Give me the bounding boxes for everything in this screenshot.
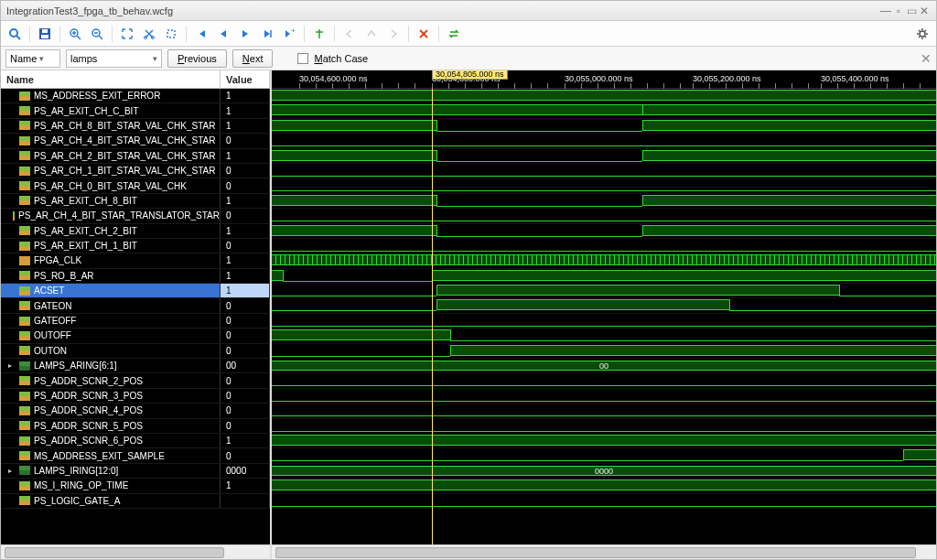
search-icon[interactable] <box>5 24 25 44</box>
minimize-icon[interactable]: — <box>879 5 892 17</box>
close-icon[interactable]: ✕ <box>918 5 931 17</box>
wave-row[interactable] <box>272 134 936 148</box>
signal-row[interactable]: GATEOFF0 <box>1 314 270 328</box>
wave-row[interactable] <box>272 448 936 463</box>
delete-icon[interactable] <box>414 24 434 44</box>
signal-row[interactable]: PS_AR_EXIT_CH_2_BIT1 <box>1 224 270 239</box>
signal-row[interactable]: PS_ADDR_SCNR_2_POS0 <box>1 373 270 388</box>
swap-icon[interactable] <box>444 24 464 44</box>
signal-row[interactable]: PS_AR_EXIT_CH_1_BIT0 <box>1 239 270 253</box>
wave-row[interactable] <box>272 89 936 103</box>
wave-row[interactable] <box>272 103 936 118</box>
column-name-header[interactable]: Name <box>1 70 221 88</box>
signal-row[interactable]: PS_AR_CH_4_BIT_STAR_TRANSLATOR_STAR0 <box>1 209 270 223</box>
signal-row[interactable]: PS_ADDR_SCNR_5_POS0 <box>1 419 270 434</box>
search-input[interactable]: lamps ▾ <box>66 49 162 68</box>
signal-row[interactable]: PS_AR_CH_0_BIT_STAR_VAL_CHK0 <box>1 178 270 193</box>
signal-row[interactable]: ▸LAMPS_ARING[6:1]00 <box>1 359 270 373</box>
signal-row[interactable]: PS_AR_CH_4_BIT_STAR_VAL_CHK_STAR0 <box>1 134 270 148</box>
waveform-panel[interactable]: 30,054,805.000 ns 30,054,600.000 ns30,05… <box>272 70 936 559</box>
wave-row[interactable] <box>272 224 936 239</box>
move-left-icon[interactable] <box>339 24 360 44</box>
cursor-line[interactable] <box>432 89 433 544</box>
signal-row[interactable]: MS_ADDRESS_EXIT_SAMPLE0 <box>1 448 270 463</box>
signal-name: LAMPS_ARING[6:1] <box>34 361 117 371</box>
wave-row[interactable] <box>272 194 936 209</box>
signal-value: 0 <box>221 209 270 222</box>
wave-row[interactable] <box>272 404 936 418</box>
zoom-fit-icon[interactable] <box>117 24 137 44</box>
wave-row[interactable] <box>272 149 936 164</box>
expand-icon[interactable]: ▸ <box>8 467 16 475</box>
wave-row[interactable] <box>272 494 936 509</box>
search-scope-select[interactable]: Name ▾ <box>5 49 60 68</box>
wave-row[interactable] <box>272 178 936 193</box>
signal-row[interactable]: PS_RO_B_AR1 <box>1 269 270 284</box>
signal-row[interactable]: PS_AR_EXIT_CH_8_BIT1 <box>1 194 270 209</box>
wave-row[interactable] <box>272 479 936 493</box>
wave-row[interactable] <box>272 269 936 284</box>
cut-icon[interactable] <box>139 24 159 44</box>
wave-row[interactable] <box>272 389 936 404</box>
wave-row[interactable] <box>272 373 936 388</box>
maximize-icon[interactable]: ▭ <box>905 5 918 17</box>
wave-row[interactable] <box>272 328 936 343</box>
wave-row[interactable]: 00 <box>272 359 936 373</box>
signal-row[interactable]: PS_ADDR_SCNR_3_POS0 <box>1 389 270 404</box>
signal-row[interactable]: PS_LOGIC_GATE_A <box>1 494 270 509</box>
trim-icon[interactable] <box>161 24 181 44</box>
signal-row[interactable]: FPGA_CLK1 <box>1 253 270 268</box>
matchcase-checkbox[interactable] <box>297 53 308 64</box>
signal-row[interactable]: GATEON0 <box>1 298 270 313</box>
signal-list[interactable]: MS_ADDRESS_EXIT_ERROR1PS_AR_EXIT_CH_C_BI… <box>1 89 270 544</box>
signal-row[interactable]: MS_ADDRESS_EXIT_ERROR1 <box>1 89 270 103</box>
previous-button[interactable]: Previous <box>167 49 227 68</box>
step-icon[interactable] <box>257 24 277 44</box>
move-up-icon[interactable] <box>361 24 382 44</box>
waveform-area[interactable]: 000000 <box>272 89 936 544</box>
cursor-marker[interactable]: 30,054,805.000 ns <box>432 70 508 80</box>
next-button[interactable]: Next <box>232 49 274 68</box>
signal-row[interactable]: PS_AR_CH_2_BIT_STAR_VAL_CHK_STAR1 <box>1 149 270 164</box>
left-scrollbar[interactable] <box>1 544 270 559</box>
signal-row[interactable]: ACSET1 <box>1 284 270 298</box>
signal-row[interactable]: OUTON0 <box>1 344 270 359</box>
zoom-out-icon[interactable] <box>87 24 107 44</box>
column-value-header[interactable]: Value <box>221 70 270 88</box>
wave-row[interactable] <box>272 119 936 134</box>
wave-row[interactable] <box>272 344 936 359</box>
wave-row[interactable] <box>272 209 936 223</box>
wave-row[interactable]: 0000 <box>272 464 936 479</box>
wave-row[interactable] <box>272 239 936 253</box>
signal-value: 0 <box>221 448 270 462</box>
skip-first-icon[interactable] <box>191 24 211 44</box>
wave-row[interactable] <box>272 419 936 434</box>
move-right-icon[interactable] <box>383 24 404 44</box>
signal-row[interactable]: MS_I_RING_OP_TIME1 <box>1 479 270 493</box>
wave-row[interactable] <box>272 164 936 178</box>
signal-row[interactable]: PS_ADDR_SCNR_6_POS1 <box>1 434 270 448</box>
signal-row[interactable]: PS_AR_EXIT_CH_C_BIT1 <box>1 103 270 118</box>
add-marker-icon[interactable] <box>309 24 329 44</box>
signal-row[interactable]: ▸LAMPS_IRING[12:0]0000 <box>1 464 270 479</box>
wave-scrollbar[interactable] <box>272 544 936 559</box>
gear-icon[interactable] <box>912 24 932 44</box>
time-ruler[interactable]: 30,054,805.000 ns 30,054,600.000 ns30,05… <box>272 70 936 89</box>
signal-row[interactable]: PS_AR_CH_1_BIT_STAR_VAL_CHK_STAR0 <box>1 164 270 178</box>
signal-row[interactable]: PS_ADDR_SCNR_4_POS0 <box>1 404 270 418</box>
skip-prev-icon[interactable] <box>213 24 233 44</box>
signal-row[interactable]: OUTOFF0 <box>1 328 270 343</box>
wave-row[interactable] <box>272 284 936 298</box>
expand-icon[interactable]: ▸ <box>8 361 16 370</box>
save-icon[interactable] <box>35 24 55 44</box>
wave-row[interactable] <box>272 314 936 328</box>
close-search-icon[interactable]: ✕ <box>921 51 932 66</box>
skip-next-icon[interactable] <box>235 24 255 44</box>
restore-icon[interactable]: ▫ <box>892 5 905 17</box>
wave-row[interactable] <box>272 253 936 268</box>
zoom-in-icon[interactable] <box>65 24 85 44</box>
wave-row[interactable] <box>272 434 936 448</box>
signal-row[interactable]: PS_AR_CH_8_BIT_STAR_VAL_CHK_STAR1 <box>1 119 270 134</box>
step-add-icon[interactable]: + <box>279 24 299 44</box>
wave-row[interactable] <box>272 298 936 313</box>
